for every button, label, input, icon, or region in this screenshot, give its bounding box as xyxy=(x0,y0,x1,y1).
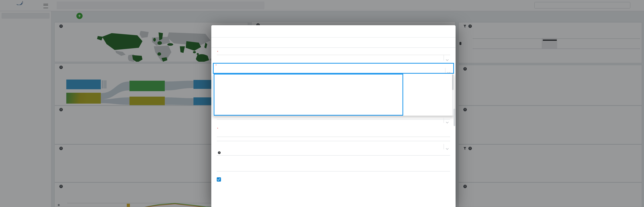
chevron-down-icon[interactable] xyxy=(444,144,450,149)
portlet-filters-field[interactable] xyxy=(217,164,450,171)
app-root: + i xyxy=(0,0,644,207)
chevron-down-icon[interactable] xyxy=(444,118,450,123)
modal-scrollbar[interactable] xyxy=(454,109,455,126)
add-metric-modal: * * xyxy=(211,25,456,207)
measures-dropdown xyxy=(213,74,454,116)
sort-field[interactable] xyxy=(217,118,450,119)
info-icon[interactable]: i xyxy=(218,151,220,154)
dropdown-scrollbar[interactable] xyxy=(452,74,454,116)
checkbox-icon[interactable] xyxy=(217,177,221,181)
modal-tabs xyxy=(211,37,456,48)
measures-field[interactable]: * xyxy=(215,64,452,68)
chevron-down-icon[interactable] xyxy=(445,68,452,73)
chevron-down-icon[interactable] xyxy=(444,55,450,61)
kpi-field[interactable]: * xyxy=(217,51,450,55)
modal-body: * * xyxy=(217,47,450,207)
decimal-places-field[interactable]: i xyxy=(217,151,450,156)
show-sla-checkbox[interactable] xyxy=(217,177,224,181)
portlet-name-field[interactable]: * xyxy=(217,127,450,137)
unit-field[interactable] xyxy=(217,140,450,141)
